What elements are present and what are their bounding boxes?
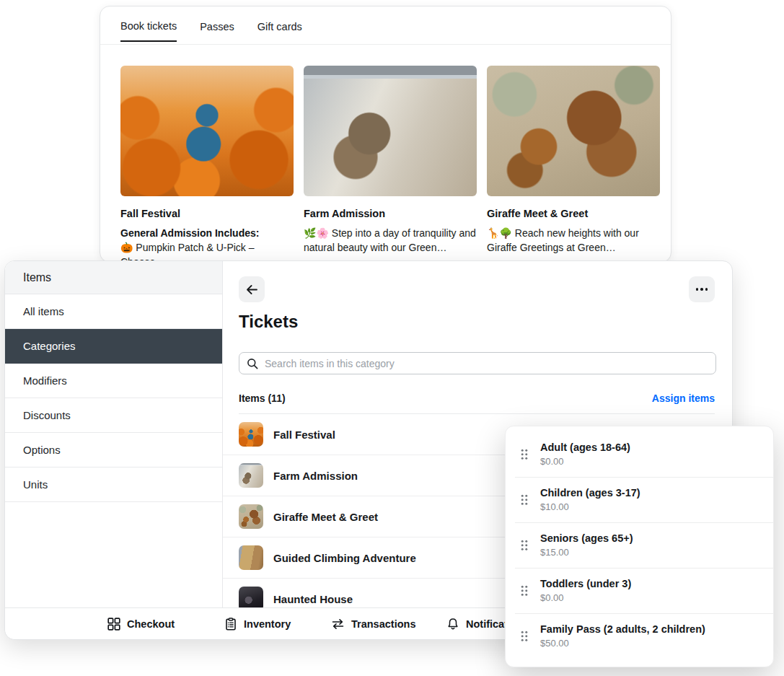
- drag-handle-icon[interactable]: [520, 630, 529, 642]
- nav-transactions[interactable]: Transactions: [331, 608, 415, 640]
- item-label: Fall Festival: [273, 429, 335, 441]
- back-arrow-icon: [245, 283, 259, 297]
- ticket-cards: Fall Festival General Admission Includes…: [120, 66, 660, 263]
- fall-festival-photo: [120, 66, 294, 196]
- variation-price: $15.00: [540, 547, 762, 558]
- sidebar-title: Items: [5, 261, 222, 294]
- search-icon: [247, 358, 258, 369]
- item-label: Guided Climbing Adventure: [273, 552, 416, 564]
- item-label: Farm Admission: [273, 470, 358, 482]
- card-description-heading: General Admission Includes:: [120, 226, 294, 240]
- search-bar: [239, 352, 716, 374]
- nav-label: Checkout: [127, 618, 175, 630]
- items-count: Items (11): [239, 392, 286, 404]
- card-title: Fall Festival: [120, 208, 294, 219]
- variation-row-family-pass[interactable]: Family Pass (2 adults, 2 children) $50.0…: [506, 614, 773, 659]
- item-label: Haunted House: [273, 593, 353, 605]
- screen: Book tickets Passes Gift cards Fall Fest…: [0, 0, 784, 676]
- transactions-arrows-icon: [331, 618, 345, 631]
- variation-name: Adult (ages 18-64): [540, 442, 762, 453]
- tab-book-tickets[interactable]: Book tickets: [120, 9, 177, 42]
- items-meta-row: Items (11) Assign items: [239, 392, 715, 404]
- more-actions-button[interactable]: [689, 276, 715, 302]
- variations-panel: Adult (ages 18-64) $0.00 Children (ages …: [505, 426, 774, 667]
- item-thumbnail: [239, 587, 263, 607]
- item-thumbnail: [239, 545, 263, 570]
- variation-price: $10.00: [540, 501, 762, 512]
- nav-inventory[interactable]: Inventory: [224, 608, 291, 640]
- card-description: 🌿🌸 Step into a day of tranquility and na…: [304, 226, 477, 255]
- item-thumbnail: [239, 504, 263, 529]
- farm-admission-photo: [304, 66, 477, 196]
- item-label: Giraffe Meet & Greet: [273, 511, 378, 523]
- giraffe-photo: [487, 66, 660, 196]
- notifications-bell-icon: [446, 618, 459, 631]
- nav-checkout[interactable]: Checkout: [107, 608, 175, 640]
- variation-name: Toddlers (under 3): [540, 578, 762, 589]
- variation-row-toddlers[interactable]: Toddlers (under 3) $0.00: [506, 569, 773, 614]
- card-description: 🦒🌳 Reach new heights with our Giraffe Gr…: [487, 226, 660, 255]
- card-description: 🎃 Pumpkin Patch & U-Pick – Choose…: [120, 240, 294, 263]
- card-title: Giraffe Meet & Greet: [487, 208, 660, 219]
- category-title: Tickets: [239, 312, 298, 332]
- variation-row-children[interactable]: Children (ages 3-17) $10.00: [506, 478, 773, 523]
- assign-items-link[interactable]: Assign items: [652, 392, 715, 404]
- booking-window: Book tickets Passes Gift cards Fall Fest…: [100, 6, 671, 263]
- sidebar-item-discounts[interactable]: Discounts: [5, 398, 222, 433]
- item-thumbnail: [239, 422, 263, 447]
- variation-row-seniors[interactable]: Seniors (ages 65+) $15.00: [506, 523, 773, 569]
- variation-name: Family Pass (2 adults, 2 children): [540, 623, 762, 635]
- search-input[interactable]: [265, 358, 708, 369]
- sidebar-item-options[interactable]: Options: [5, 433, 222, 468]
- drag-handle-icon[interactable]: [520, 448, 529, 460]
- card-fall-festival[interactable]: Fall Festival General Admission Includes…: [120, 66, 294, 263]
- variation-price: $0.00: [540, 456, 762, 467]
- sidebar-item-units[interactable]: Units: [5, 468, 222, 502]
- tab-gift-cards[interactable]: Gift cards: [257, 9, 302, 41]
- variation-price: $0.00: [540, 592, 762, 603]
- card-title: Farm Admission: [304, 208, 477, 219]
- drag-handle-icon[interactable]: [520, 493, 529, 506]
- ellipsis-icon: [696, 288, 708, 291]
- sidebar-item-categories[interactable]: Categories: [5, 329, 222, 364]
- back-button[interactable]: [239, 276, 265, 302]
- sidebar-item-modifiers[interactable]: Modifiers: [5, 364, 222, 398]
- drag-handle-icon[interactable]: [520, 584, 529, 597]
- booking-tabbar: Book tickets Passes Gift cards: [100, 6, 671, 45]
- tab-passes[interactable]: Passes: [200, 9, 234, 41]
- card-giraffe-meet-greet[interactable]: Giraffe Meet & Greet 🦒🌳 Reach new height…: [487, 66, 660, 263]
- nav-label: Transactions: [351, 618, 415, 630]
- sidebar-item-all-items[interactable]: All items: [5, 294, 222, 329]
- checkout-grid-icon: [107, 618, 120, 631]
- drag-handle-icon[interactable]: [520, 539, 529, 551]
- sidebar-nav: All items Categories Modifiers Discounts…: [5, 294, 222, 502]
- card-farm-admission[interactable]: Farm Admission 🌿🌸 Step into a day of tra…: [304, 66, 477, 263]
- variation-name: Children (ages 3-17): [540, 487, 762, 499]
- inventory-clipboard-icon: [224, 618, 237, 631]
- item-thumbnail: [239, 463, 263, 488]
- variation-name: Seniors (ages 65+): [540, 532, 762, 544]
- variation-price: $50.00: [540, 638, 762, 649]
- items-sidebar: Items All items Categories Modifiers Dis…: [5, 261, 223, 607]
- variation-row-adult[interactable]: Adult (ages 18-64) $0.00: [506, 432, 773, 478]
- nav-label: Inventory: [244, 618, 291, 630]
